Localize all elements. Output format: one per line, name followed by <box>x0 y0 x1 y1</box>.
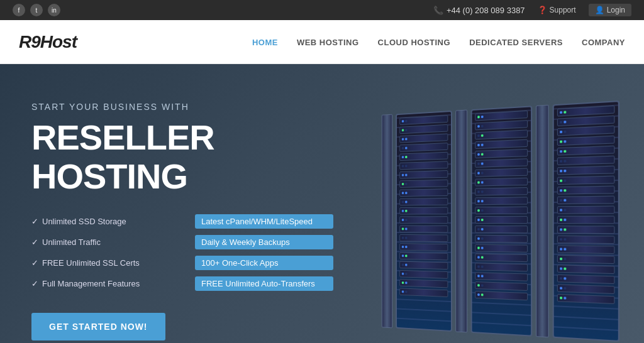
server-rack-1 <box>396 111 452 332</box>
server-rack-group <box>382 101 619 342</box>
server-unit <box>557 126 614 136</box>
hero-subtitle: START YOUR BUSINESS WITH <box>31 102 333 112</box>
feature-apps: 100+ One-Click Apps <box>195 256 333 270</box>
server-unit <box>475 291 528 300</box>
server-unit <box>557 136 614 146</box>
logo[interactable]: R9Host <box>19 32 77 52</box>
server-unit <box>475 272 528 281</box>
server-unit <box>399 216 448 224</box>
nav-web-hosting[interactable]: WEB HOSTING <box>297 38 359 47</box>
server-unit <box>475 187 528 195</box>
check-icon: ✓ <box>31 217 38 226</box>
server-unit <box>475 168 528 177</box>
server-unit <box>399 170 448 179</box>
server-unit <box>557 245 614 254</box>
server-unit <box>475 207 528 215</box>
server-unit <box>557 176 614 185</box>
login-button[interactable]: 👤 Login <box>589 4 631 16</box>
server-unit <box>557 226 614 234</box>
server-unit <box>557 294 614 304</box>
hero-content: START YOUR BUSINESS WITH RESELLER HOSTIN… <box>0 64 365 343</box>
check-icon-2: ✓ <box>31 237 38 247</box>
server-unit <box>475 149 528 158</box>
server-unit <box>475 216 528 224</box>
feature-ssl: ✓ FREE Unlimited SSL Certs <box>31 256 170 270</box>
check-icon-3: ✓ <box>31 258 38 268</box>
server-unit <box>475 120 528 130</box>
server-unit <box>399 152 448 161</box>
server-unit <box>557 166 614 175</box>
server-unit <box>557 236 614 244</box>
server-unit <box>557 255 614 264</box>
nav-links: HOME WEB HOSTING CLOUD HOSTING DEDICATED… <box>252 36 625 48</box>
facebook-icon[interactable]: f <box>13 4 25 16</box>
navbar: R9Host HOME WEB HOSTING CLOUD HOSTING DE… <box>0 20 644 64</box>
server-unit <box>399 270 448 279</box>
hero-section: START YOUR BUSINESS WITH RESELLER HOSTIN… <box>0 64 644 343</box>
rack-side-mid <box>455 110 467 333</box>
server-unit <box>399 288 448 298</box>
server-unit <box>475 178 528 187</box>
server-rack-2 <box>471 106 532 336</box>
server-unit <box>557 106 614 117</box>
server-unit <box>399 188 448 197</box>
server-unit <box>399 134 448 143</box>
server-unit <box>475 111 528 121</box>
feature-management: ✓ Full Management Features <box>31 276 170 291</box>
user-icon: 👤 <box>595 6 604 14</box>
linkedin-icon[interactable]: in <box>48 4 60 16</box>
server-unit <box>399 253 448 261</box>
server-unit <box>557 146 614 156</box>
server-unit <box>475 281 528 291</box>
server-unit <box>557 186 614 195</box>
server-unit <box>557 196 614 205</box>
server-unit <box>475 158 528 168</box>
server-unit <box>557 275 614 284</box>
server-unit <box>557 264 614 274</box>
server-unit <box>399 124 448 134</box>
server-unit <box>399 161 448 170</box>
feature-backups: Daily & Weekly Backups <box>195 235 333 249</box>
server-unit <box>557 116 614 126</box>
nav-company[interactable]: COMPANY <box>582 38 625 47</box>
check-icon-4: ✓ <box>31 279 38 288</box>
server-unit <box>475 244 528 253</box>
server-unit <box>557 284 614 294</box>
server-unit <box>475 235 528 243</box>
twitter-icon[interactable]: t <box>30 4 43 16</box>
nav-home[interactable]: HOME <box>252 38 278 47</box>
server-unit <box>399 226 448 233</box>
server-unit <box>475 263 528 271</box>
support-icon: ❓ <box>538 6 547 14</box>
server-unit <box>399 234 448 242</box>
server-unit <box>399 180 448 188</box>
rack-side-left <box>382 114 392 329</box>
social-links: f t in <box>13 4 60 16</box>
phone-icon: 📞 <box>433 6 443 15</box>
feature-ssd: ✓ Unlimited SSD Storage <box>31 214 170 229</box>
server-unit <box>399 143 448 152</box>
hero-title: RESELLER HOSTING <box>31 118 333 195</box>
top-bar: f t in 📞 +44 (0) 208 089 3387 ❓ Support … <box>0 0 644 20</box>
get-started-button[interactable]: GET STARTED NOW! <box>31 313 165 340</box>
server-image <box>355 64 644 343</box>
rack-side-right <box>536 105 548 338</box>
server-unit <box>557 206 614 214</box>
nav-cloud-hosting[interactable]: CLOUD HOSTING <box>378 38 451 47</box>
server-unit <box>557 156 614 165</box>
server-unit <box>475 254 528 263</box>
server-unit <box>557 216 614 224</box>
features-grid: ✓ Unlimited SSD Storage Latest cPanel/WH… <box>31 214 333 291</box>
nav-dedicated-servers[interactable]: DEDICATED SERVERS <box>469 38 563 47</box>
server-unit <box>399 115 448 125</box>
server-unit <box>399 261 448 270</box>
support-link[interactable]: ❓ Support <box>538 6 576 14</box>
feature-traffic: ✓ Unlimited Traffic <box>31 235 170 249</box>
server-unit <box>475 139 528 149</box>
phone-number: 📞 +44 (0) 208 089 3387 <box>433 6 525 15</box>
server-unit <box>399 207 448 215</box>
feature-transfers: FREE Unlimited Auto-Transfers <box>195 276 333 291</box>
server-unit <box>399 198 448 205</box>
server-unit <box>475 226 528 233</box>
top-bar-right: 📞 +44 (0) 208 089 3387 ❓ Support 👤 Login <box>433 4 631 16</box>
